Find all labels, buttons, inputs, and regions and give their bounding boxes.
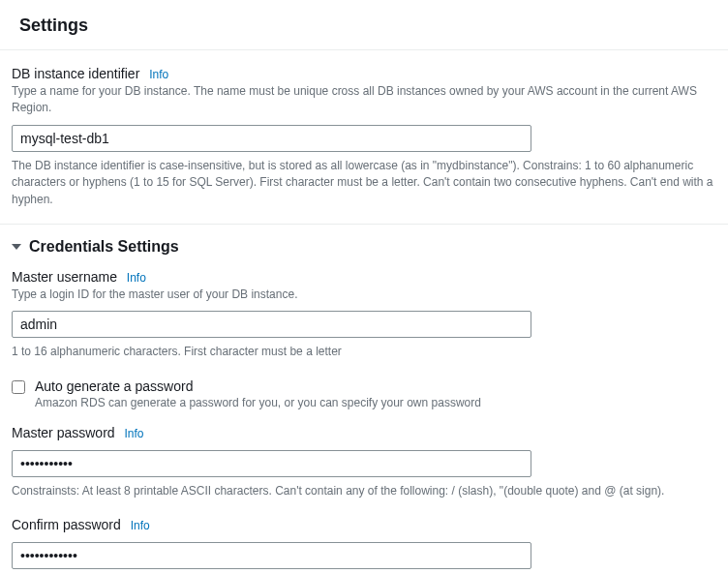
master-username-hint: 1 to 16 alphanumeric characters. First c… bbox=[12, 344, 716, 360]
credentials-toggle[interactable]: Credentials Settings bbox=[12, 238, 716, 256]
db-identifier-hint: The DB instance identifier is case-insen… bbox=[12, 158, 716, 208]
caret-down-icon bbox=[12, 244, 21, 250]
section-divider bbox=[0, 224, 728, 225]
master-password-input[interactable] bbox=[12, 450, 531, 477]
db-identifier-info-link[interactable]: Info bbox=[149, 68, 168, 81]
auto-generate-password-description: Amazon RDS can generate a password for y… bbox=[35, 396, 481, 409]
master-password-label-row: Master password Info bbox=[12, 425, 716, 440]
master-username-description: Type a login ID for the master user of y… bbox=[12, 287, 716, 303]
panel-body: DB instance identifier Info Type a name … bbox=[0, 50, 728, 574]
auto-generate-password-text: Auto generate a password Amazon RDS can … bbox=[35, 378, 481, 409]
auto-generate-password-label: Auto generate a password bbox=[35, 378, 481, 394]
credentials-section-title: Credentials Settings bbox=[29, 238, 179, 256]
master-password-hint: Constrainsts: At least 8 printable ASCII… bbox=[12, 483, 716, 499]
master-password-info-link[interactable]: Info bbox=[124, 427, 143, 440]
auto-generate-password-checkbox[interactable] bbox=[12, 380, 25, 394]
db-identifier-label: DB instance identifier bbox=[12, 66, 139, 81]
db-identifier-description: Type a name for your DB instance. The na… bbox=[12, 83, 716, 117]
page-title: Settings bbox=[19, 15, 709, 36]
master-username-input[interactable] bbox=[12, 311, 531, 338]
master-password-label: Master password bbox=[12, 425, 115, 440]
db-identifier-input[interactable] bbox=[12, 125, 531, 152]
auto-generate-password-row: Auto generate a password Amazon RDS can … bbox=[12, 378, 716, 409]
confirm-password-field: Confirm password Info bbox=[12, 517, 716, 574]
confirm-password-label: Confirm password bbox=[12, 517, 121, 532]
confirm-password-label-row: Confirm password Info bbox=[12, 517, 716, 532]
panel-header: Settings bbox=[0, 0, 728, 50]
db-identifier-field: DB instance identifier Info Type a name … bbox=[12, 66, 716, 208]
master-password-field: Master password Info Constrainsts: At le… bbox=[12, 425, 716, 499]
master-username-field: Master username Info Type a login ID for… bbox=[12, 269, 716, 361]
confirm-password-input[interactable] bbox=[12, 542, 531, 569]
db-identifier-label-row: DB instance identifier Info bbox=[12, 66, 716, 81]
master-username-info-link[interactable]: Info bbox=[127, 271, 146, 285]
master-username-label-row: Master username Info bbox=[12, 269, 716, 285]
confirm-password-info-link[interactable]: Info bbox=[131, 519, 150, 532]
master-username-label: Master username bbox=[12, 269, 117, 285]
